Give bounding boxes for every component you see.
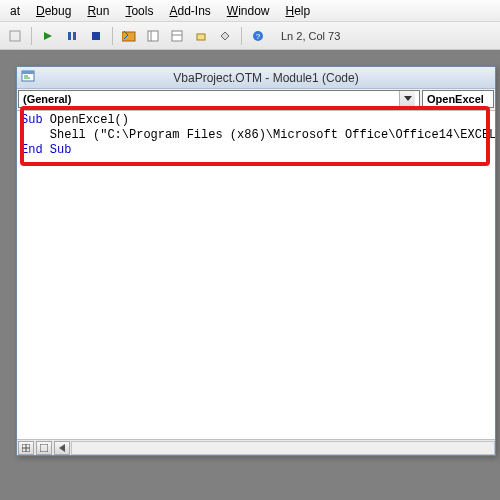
design-mode-icon[interactable] [118,25,140,47]
kw-endsub: End Sub [21,143,71,157]
code-line2: Shell ("C:\Program Files (x86)\Microsoft… [21,128,495,142]
code-content[interactable]: Sub OpenExcel() Shell ("C:\Program Files… [17,111,495,160]
scroll-left-icon[interactable] [54,441,70,455]
view-proc-icon[interactable] [36,441,52,455]
svg-marker-1 [44,32,52,40]
svg-rect-21 [40,444,48,452]
svg-rect-0 [10,31,20,41]
toolbar-sep [112,27,113,45]
menu-tools[interactable]: Tools [119,2,159,20]
code-line1: OpenExcel() [43,113,129,127]
menu-window[interactable]: Window [221,2,276,20]
procedure-dropdown-value: OpenExcel [427,93,484,105]
svg-rect-5 [122,32,135,41]
toolbar-sep [31,27,32,45]
svg-rect-3 [73,32,76,40]
window-title: VbaProject.OTM - Module1 (Code) [41,71,491,85]
code-area[interactable]: Sub OpenExcel() Shell ("C:\Program Files… [17,111,495,439]
chevron-down-icon [399,91,415,107]
menu-format[interactable]: at [4,2,26,20]
project-explorer-icon[interactable] [142,25,164,47]
pause-icon[interactable] [61,25,83,47]
svg-marker-17 [404,96,412,101]
svg-rect-10 [197,34,205,40]
svg-rect-6 [148,31,158,41]
menu-help[interactable]: Help [280,2,317,20]
svg-rect-14 [22,71,34,74]
toolbar-sep [241,27,242,45]
svg-rect-4 [92,32,100,40]
svg-text:?: ? [256,32,261,41]
view-full-icon[interactable] [18,441,34,455]
toolbox-icon[interactable] [214,25,236,47]
help-icon[interactable]: ? [247,25,269,47]
svg-rect-2 [68,32,71,40]
titlebar[interactable]: VbaProject.OTM - Module1 (Code) [17,67,495,89]
properties-icon[interactable] [166,25,188,47]
scroll-track[interactable] [71,441,495,455]
toolbar: ? Ln 2, Col 73 [0,22,500,50]
svg-rect-8 [172,31,182,41]
cursor-position: Ln 2, Col 73 [275,28,346,44]
object-dropdown-value: (General) [23,93,71,105]
module-icon [21,70,35,85]
kw-sub: Sub [21,113,43,127]
menu-debug[interactable]: Debug [30,2,77,20]
run-icon[interactable] [37,25,59,47]
object-browser-icon[interactable] [190,25,212,47]
menu-addins[interactable]: Add-Ins [163,2,216,20]
svg-marker-22 [59,444,65,452]
stop-icon[interactable] [85,25,107,47]
toolbar-btn-1[interactable] [4,25,26,47]
menubar: at Debug Run Tools Add-Ins Window Help [0,0,500,22]
scrollbar-bottom[interactable] [17,439,495,455]
object-dropdown[interactable]: (General) [18,90,420,108]
procedure-dropdown[interactable]: OpenExcel [422,90,494,108]
dropdown-row: (General) OpenExcel [17,89,495,111]
code-window: VbaProject.OTM - Module1 (Code) (General… [16,66,496,456]
menu-run[interactable]: Run [81,2,115,20]
